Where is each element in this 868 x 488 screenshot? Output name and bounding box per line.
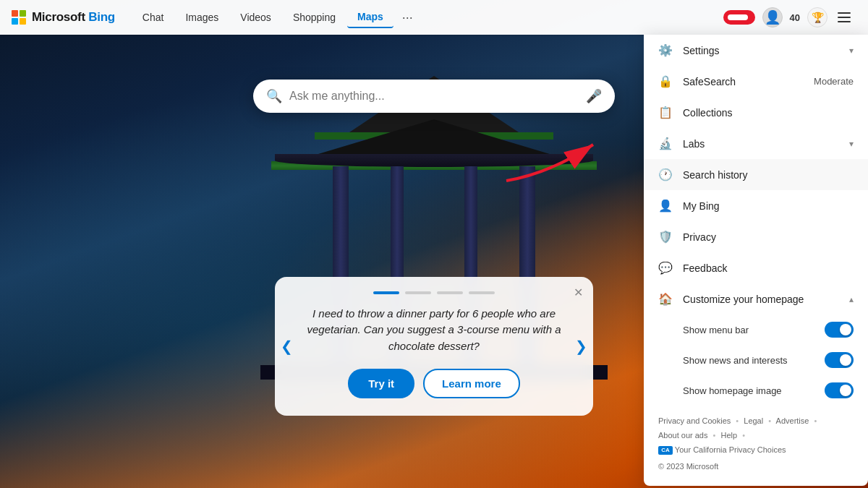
footer-links: Privacy and Cookies • Legal • Advertise … xyxy=(658,414,854,429)
privacy-label: Privacy xyxy=(683,231,854,243)
submenu-show-image: Show homepage image xyxy=(644,375,868,406)
footer-privacy-link[interactable]: Privacy and Cookies xyxy=(658,416,731,425)
promo-next-button[interactable]: ❯ xyxy=(575,338,587,355)
trophy-icon: 🏆 xyxy=(812,12,824,23)
nav-images[interactable]: Images xyxy=(175,7,229,27)
show-image-label: Show homepage image xyxy=(683,385,825,396)
menu-item-settings[interactable]: ⚙️ Settings ▾ xyxy=(644,35,868,66)
panel-footer: Privacy and Cookies • Legal • Advertise … xyxy=(644,406,868,477)
customize-icon: 🏠 xyxy=(658,292,674,306)
search-icon: 🔍 xyxy=(266,88,282,104)
settings-label: Settings xyxy=(683,45,849,56)
feedback-icon: 💬 xyxy=(658,261,674,275)
submenu-show-menu-bar: Show menu bar xyxy=(644,314,868,345)
avatar-icon: 👤 xyxy=(765,9,780,25)
promo-dot-3 xyxy=(437,291,463,294)
search-container: 🔍 🎤 xyxy=(253,80,615,113)
menu-item-my-bing[interactable]: 👤 My Bing xyxy=(644,190,868,221)
promo-progress xyxy=(295,291,573,294)
hamburger-line xyxy=(838,12,851,14)
logo-icon xyxy=(12,10,26,25)
hamburger-line xyxy=(838,17,851,18)
my-bing-label: My Bing xyxy=(683,200,854,212)
learn-more-button[interactable]: Learn more xyxy=(423,369,520,398)
settings-dropdown: ⚙️ Settings ▾ 🔒 SafeSearch Moderate 📋 Co… xyxy=(644,35,868,486)
menu-item-feedback[interactable]: 💬 Feedback xyxy=(644,252,868,283)
copyright-text: © 2023 Microsoft xyxy=(658,460,854,474)
nav-videos[interactable]: Videos xyxy=(230,7,281,27)
show-menu-bar-toggle[interactable] xyxy=(825,322,854,338)
menu-button[interactable] xyxy=(835,7,856,28)
labs-label: Labs xyxy=(683,138,849,150)
ca-icon: CA xyxy=(658,446,673,455)
footer-advertise-link[interactable]: Advertise xyxy=(776,416,809,425)
safesearch-value: Moderate xyxy=(814,76,854,87)
nav-more-button[interactable]: ··· xyxy=(395,6,420,30)
show-image-toggle[interactable] xyxy=(825,382,854,398)
main-nav: Chat Images Videos Shopping Maps ··· xyxy=(132,6,723,30)
labs-icon: 🔬 xyxy=(658,137,674,150)
search-history-label: Search history xyxy=(683,169,854,181)
promo-close-button[interactable]: ✕ xyxy=(574,286,583,299)
promo-text: I need to throw a dinner party for 6 peo… xyxy=(295,306,573,355)
settings-icon: ⚙️ xyxy=(658,43,674,57)
points-display: 40 xyxy=(790,12,800,23)
show-menu-bar-label: Show menu bar xyxy=(683,325,825,335)
promo-prev-button[interactable]: ❮ xyxy=(281,338,293,355)
earn-bar-fill xyxy=(728,14,748,20)
collections-icon: 📋 xyxy=(658,106,674,119)
footer-ca-link[interactable]: Your California Privacy Choices xyxy=(675,445,786,454)
header: Microsoft Bing Chat Images Videos Shoppi… xyxy=(0,0,868,35)
menu-item-search-history[interactable]: 🕐 Search history xyxy=(644,159,868,190)
footer-legal-link[interactable]: Legal xyxy=(744,416,763,425)
menu-item-safesearch[interactable]: 🔒 SafeSearch Moderate xyxy=(644,66,868,97)
rewards-button[interactable]: 🏆 xyxy=(807,7,827,27)
labs-chevron-icon: ▾ xyxy=(849,139,854,149)
nav-chat[interactable]: Chat xyxy=(132,7,174,27)
search-input[interactable] xyxy=(289,90,579,103)
menu-item-privacy[interactable]: 🛡️ Privacy xyxy=(644,221,868,252)
menu-item-labs[interactable]: 🔬 Labs ▾ xyxy=(644,128,868,159)
settings-chevron-icon: ▾ xyxy=(849,46,854,56)
promo-dot-1 xyxy=(373,291,399,294)
logo-text: Microsoft Bing xyxy=(32,10,115,25)
try-it-button[interactable]: Try it xyxy=(348,369,414,398)
customize-label: Customize your homepage xyxy=(683,294,849,305)
footer-links-2: About our ads • Help • xyxy=(658,429,854,443)
collections-label: Collections xyxy=(683,107,854,119)
promo-dot-2 xyxy=(405,291,431,294)
mic-icon[interactable]: 🎤 xyxy=(586,88,602,104)
promo-actions: Try it Learn more xyxy=(295,369,573,398)
ca-privacy-badge: CA xyxy=(658,446,673,455)
header-right: 👤 40 🏆 xyxy=(723,7,856,28)
footer-ca-row: CA Your California Privacy Choices xyxy=(658,443,854,458)
footer-help-link[interactable]: Help xyxy=(720,431,737,440)
account-button[interactable]: 👤 xyxy=(762,7,783,27)
nav-shopping[interactable]: Shopping xyxy=(283,7,346,27)
safesearch-label: SafeSearch xyxy=(683,76,814,87)
search-history-icon: 🕐 xyxy=(658,168,674,181)
feedback-label: Feedback xyxy=(683,262,854,274)
menu-item-collections[interactable]: 📋 Collections xyxy=(644,97,868,128)
pavilion-image xyxy=(145,54,723,488)
menu-item-customize[interactable]: 🏠 Customize your homepage ▴ xyxy=(644,283,868,314)
earn-bar xyxy=(723,10,755,25)
search-box: 🔍 🎤 xyxy=(253,80,615,113)
nav-maps[interactable]: Maps xyxy=(347,7,393,28)
submenu-show-news: Show news and interests xyxy=(644,345,868,375)
promo-card: ✕ I need to throw a dinner party for 6 p… xyxy=(275,277,593,416)
my-bing-icon: 👤 xyxy=(658,199,674,213)
show-news-label: Show news and interests xyxy=(683,355,825,366)
footer-about-ads-link[interactable]: About our ads xyxy=(658,431,708,440)
promo-dot-4 xyxy=(469,291,495,294)
show-news-toggle[interactable] xyxy=(825,352,854,368)
safesearch-icon: 🔒 xyxy=(658,74,674,88)
logo[interactable]: Microsoft Bing xyxy=(12,10,115,25)
customize-chevron-icon: ▴ xyxy=(849,294,854,304)
privacy-icon: 🛡️ xyxy=(658,230,674,244)
hamburger-line xyxy=(838,21,851,22)
